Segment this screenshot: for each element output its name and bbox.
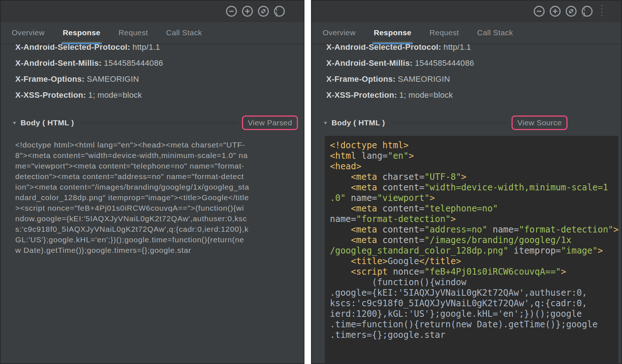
tab-bar: OverviewResponseRequestCall Stack [1, 22, 304, 44]
code-line: /googleg_standard_color_128dp.png" itemp… [330, 246, 618, 256]
source-code: <!doctype html><html lang="en"><head> <m… [325, 136, 618, 363]
divider-line [82, 122, 238, 123]
header-row: X-Frame-OptionsSAMEORIGIN [326, 71, 621, 87]
header-name: X-Android-Sent-Millis [15, 58, 104, 68]
code-line: <meta content="telephone=no" [330, 203, 618, 214]
tab-request[interactable]: Request [429, 22, 459, 44]
toolbar: ( ) [312, 1, 621, 22]
clear-formatting-button[interactable] [566, 6, 577, 17]
brackets-icon: ( ) [275, 7, 284, 16]
header-value: 1; mode=block [399, 90, 453, 100]
response-headers: X-Android-Selected-Protocolhttp/1.1X-And… [312, 44, 621, 105]
code-line: .0" name="viewport"> [330, 193, 618, 203]
body-text-line: ><script nonce="feB+4Pj01s0iRCW6couvqA==… [15, 203, 304, 213]
panel-parsed: ( ) OverviewResponseRequestCall Stack X-… [0, 0, 304, 364]
body-text-line: me="viewport"><meta content="telephone=n… [15, 161, 304, 171]
zoom-out-button[interactable] [534, 6, 545, 17]
code-line: kscs:'c9c918f0_5IAQXJyVNaiL0gK2t72QAw',q… [330, 298, 618, 309]
zoom-in-button[interactable] [242, 6, 253, 17]
header-value: http/1.1 [444, 44, 471, 52]
body-text-line: ndow.google={kEI:'5IAQXJyVNaiL0gK2t72QAw… [15, 213, 304, 224]
header-name: X-Android-Selected-Protocol [326, 44, 444, 52]
view-parsed-annotation-box: View Parsed [242, 116, 298, 130]
tab-overview[interactable]: Overview [323, 22, 356, 44]
body-section-title: Body ( HTML ) [332, 118, 385, 127]
tab-call-stack[interactable]: Call Stack [166, 22, 202, 44]
header-value: SAMEORIGIN [87, 74, 139, 84]
body-text-line: s:'c9c918f0_5IAQXJyVNaiL0gK2t72QAw',q:{c… [15, 224, 304, 234]
code-line: <html lang="en"> [330, 151, 618, 161]
code-line: <script nonce="feB+4Pj01s0iRCW6couvqA=="… [330, 267, 618, 277]
header-row: X-Frame-OptionsSAMEORIGIN [15, 71, 304, 87]
code-line: <meta content="address=no" name="format-… [330, 225, 618, 235]
response-headers: X-Android-Selected-Protocolhttp/1.1X-And… [1, 44, 304, 105]
tab-response[interactable]: Response [63, 22, 101, 44]
zoom-out-button[interactable] [226, 6, 237, 17]
header-value: 1; mode=block [88, 90, 142, 100]
body-section-header: ▾ Body ( HTML ) View Source [312, 116, 621, 130]
toolbar: ( ) [1, 1, 304, 22]
header-value: 1544585444086 [415, 58, 474, 68]
soft-wrap-button[interactable]: ( ) [582, 6, 593, 17]
code-line: <title>Google</title> [330, 256, 618, 267]
code-line: .google={kEI:'5IAQXJyVNaiL0gK2t72QAw',au… [330, 288, 618, 298]
body-section-title: Body ( HTML ) [21, 118, 74, 127]
body-text-line: <!doctype html><html lang="en"><head><me… [15, 139, 304, 150]
slashed-square-icon [567, 7, 575, 16]
header-name: X-Frame-Options [15, 74, 87, 84]
tab-call-stack[interactable]: Call Stack [477, 22, 513, 44]
split-view: ( ) OverviewResponseRequestCall Stack X-… [0, 0, 622, 364]
header-row: X-Android-Sent-Millis1544585444086 [326, 55, 621, 71]
code-line: name="format-detection"> [330, 214, 618, 225]
body-text-line: ndard_color_128dp.png" itemprop="image">… [15, 192, 304, 203]
header-value: SAMEORIGIN [398, 74, 450, 84]
view-source-annotation-box: View Source [512, 116, 568, 130]
body-text-line: 8"><meta content="width=device-width,min… [15, 150, 304, 161]
tab-bar: OverviewResponseRequestCall Stack [312, 22, 621, 44]
view-source-button[interactable]: View Source [517, 118, 562, 127]
code-line: ierd:1200},kGL:'US'};google.kHL='en';})(… [330, 309, 618, 319]
code-line: <meta content="/images/branding/googleg/… [330, 235, 618, 246]
drag-handle-dots[interactable] [601, 5, 602, 17]
response-content: X-Android-Selected-Protocolhttp/1.1X-And… [1, 44, 304, 363]
minus-circle-icon [227, 7, 236, 16]
view-parsed-button[interactable]: View Parsed [248, 118, 292, 127]
code-line: <head> [330, 161, 618, 172]
tab-request[interactable]: Request [118, 22, 148, 44]
body-text-line: detection"><meta content="address=no" na… [15, 171, 304, 182]
code-line: <meta content="width=device-width,minimu… [330, 182, 618, 193]
collapse-triangle-icon[interactable]: ▾ [13, 120, 16, 126]
header-name: X-Frame-Options [326, 74, 398, 84]
divider-line [393, 122, 507, 123]
header-row: X-XSS-Protection1; mode=block [15, 87, 304, 103]
header-name: X-Android-Sent-Millis [326, 58, 415, 68]
body-text-line: ion"><meta content="/images/branding/goo… [15, 182, 304, 192]
tab-overview[interactable]: Overview [12, 22, 45, 44]
slashed-square-icon [259, 7, 268, 16]
code-line: (function(){window [330, 277, 618, 288]
body-text-line: w Date).getTime()};google.timers={};goog… [15, 245, 304, 255]
code-line: .time=function(){return(new Date).getTim… [330, 319, 618, 330]
header-row: X-Android-Sent-Millis1544585444086 [15, 55, 304, 71]
header-value: 1544585444086 [104, 58, 163, 68]
plus-circle-icon [551, 7, 560, 16]
body-section-header: ▾ Body ( HTML ) View Parsed [1, 116, 304, 130]
response-content: X-Android-Selected-Protocolhttp/1.1X-And… [312, 44, 621, 363]
header-row: X-Android-Selected-Protocolhttp/1.1 [326, 44, 621, 55]
header-name: X-Android-Selected-Protocol [15, 44, 133, 52]
zoom-in-button[interactable] [550, 6, 561, 17]
soft-wrap-button[interactable]: ( ) [274, 6, 285, 17]
clear-formatting-button[interactable] [258, 6, 269, 17]
collapse-triangle-icon[interactable]: ▾ [324, 120, 327, 126]
header-row: X-Android-Selected-Protocolhttp/1.1 [15, 44, 304, 55]
parsed-body-text: <!doctype html><html lang="en"><head><me… [15, 139, 304, 255]
panel-source: ( ) OverviewResponseRequestCall Stack X-… [311, 0, 622, 364]
minus-circle-icon [535, 7, 544, 16]
header-row: X-XSS-Protection1; mode=block [326, 87, 621, 103]
header-name: X-XSS-Protection [15, 90, 88, 100]
header-name: X-XSS-Protection [326, 90, 399, 100]
code-line: <meta charset="UTF-8"> [330, 172, 618, 182]
plus-circle-icon [243, 7, 252, 16]
body-text-line: GL:'US'};google.kHL='en';})();google.tim… [15, 234, 304, 245]
tab-response[interactable]: Response [374, 22, 412, 44]
